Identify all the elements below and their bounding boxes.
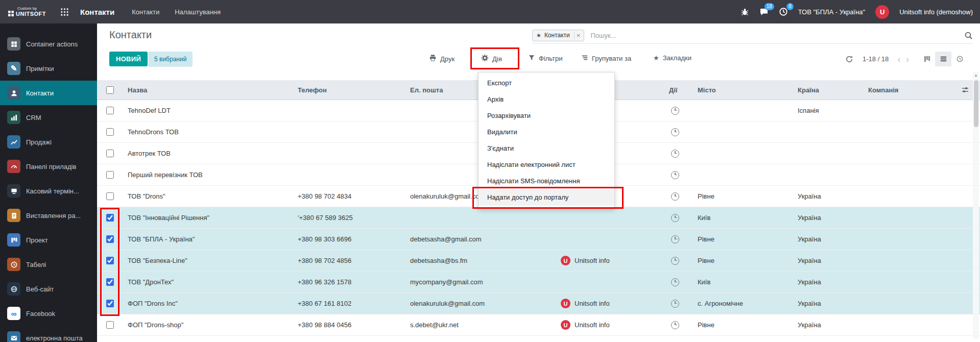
- brand-logo[interactable]: Custom by UNITSOFT: [8, 6, 46, 18]
- user-avatar[interactable]: U: [875, 5, 889, 19]
- menu-contacts[interactable]: Контакти: [132, 8, 159, 16]
- print-button[interactable]: Друк: [429, 54, 455, 63]
- search-input[interactable]: Пошук...: [590, 32, 616, 39]
- activities-clock-icon[interactable]: 8: [779, 7, 788, 16]
- search-bar[interactable]: ★ Контакти × Пошук...: [532, 27, 973, 44]
- favorites-button[interactable]: ★ Закладки: [653, 54, 691, 62]
- scrollbar-thumb[interactable]: [974, 80, 978, 127]
- column-header-name[interactable]: Назва: [123, 86, 293, 94]
- list-view-icon[interactable]: [935, 52, 951, 66]
- company-switcher[interactable]: ТОВ "БПЛА - Україна": [798, 8, 865, 16]
- action-export[interactable]: Експорт: [479, 75, 614, 91]
- activity-clock-icon[interactable]: [671, 107, 679, 115]
- row-checkbox[interactable]: [106, 128, 114, 136]
- sidebar-item-dashboards[interactable]: Панелі приладів: [0, 154, 97, 179]
- debug-bug-icon[interactable]: [740, 8, 749, 16]
- app-menus: Контакти Налаштування: [132, 8, 221, 16]
- pager-prev-icon[interactable]: ‹: [895, 54, 903, 64]
- table-row[interactable]: ТОВ "Інноваційні Рішення" '+380 67 589 3…: [97, 207, 980, 229]
- activity-clock-icon[interactable]: [671, 128, 679, 136]
- table-row[interactable]: ФОП "Drons Inc" +380 67 161 8102 olenaku…: [97, 293, 980, 314]
- apps-menu-icon[interactable]: [60, 8, 69, 16]
- facet-remove-icon[interactable]: ×: [574, 32, 581, 39]
- action-unarchive[interactable]: Розархівувати: [479, 108, 614, 124]
- activity-clock-icon[interactable]: [671, 150, 679, 158]
- column-header-country[interactable]: Країна: [793, 86, 863, 94]
- activity-clock-icon[interactable]: [671, 257, 679, 265]
- filters-button[interactable]: Фільтри: [528, 54, 563, 63]
- action-delete[interactable]: Видалити: [479, 124, 614, 140]
- salesperson-avatar: U: [561, 256, 570, 265]
- sidebar-item-crm[interactable]: CRM: [0, 105, 97, 130]
- page-title: Контакти: [109, 29, 152, 41]
- group-by-button[interactable]: Групувати за: [581, 54, 631, 63]
- cell-country: Україна: [793, 321, 863, 329]
- pager-next-icon[interactable]: ›: [903, 54, 912, 64]
- sidebar-item-facebook[interactable]: ∞ Facebook: [0, 301, 97, 326]
- column-header-activities[interactable]: Дії: [664, 86, 692, 94]
- sidebar-item-website[interactable]: Веб-сайт: [0, 277, 97, 301]
- row-checkbox[interactable]: [106, 257, 114, 264]
- cell-country: Україна: [793, 257, 863, 264]
- current-app-name: Контакти: [80, 8, 114, 16]
- row-checkbox[interactable]: [106, 150, 114, 157]
- column-header-city[interactable]: Місто: [692, 86, 793, 94]
- row-checkbox[interactable]: [106, 192, 114, 200]
- table-row[interactable]: ТОВ "БПЛА - Україна" +380 98 303 6696 de…: [97, 229, 980, 250]
- salesperson-avatar: U: [561, 299, 570, 308]
- sidebar-item-timesheets[interactable]: Табелі: [0, 252, 97, 277]
- action-button[interactable]: Дія: [481, 54, 502, 63]
- user-menu[interactable]: Unitsoft info (demoshow): [899, 8, 973, 16]
- facet-label: Контакти: [544, 32, 570, 39]
- table-row[interactable]: ТОВ "Безпека-Line" +380 98 702 4856 debe…: [97, 250, 980, 272]
- activity-clock-icon[interactable]: [671, 171, 679, 179]
- row-checkbox[interactable]: [106, 214, 114, 222]
- scrollbar-up-arrow-icon[interactable]: ▲: [973, 73, 979, 78]
- action-archive[interactable]: Архів: [479, 91, 614, 108]
- menu-settings[interactable]: Налаштування: [175, 8, 221, 16]
- activity-clock-icon[interactable]: [671, 214, 679, 222]
- column-header-company[interactable]: Компанія: [863, 86, 950, 94]
- new-button[interactable]: НОВИЙ: [109, 52, 148, 66]
- cell-email: mycompany@gmail.com: [405, 278, 556, 286]
- sidebar-item-project[interactable]: Проект: [0, 228, 97, 252]
- sidebar-item-sales[interactable]: Продажі: [0, 130, 97, 154]
- row-checkbox[interactable]: [106, 300, 114, 307]
- activity-clock-icon[interactable]: [671, 192, 679, 201]
- vertical-scrollbar[interactable]: ▲: [973, 72, 979, 339]
- table-row[interactable]: ТОВ "ДронТех" +380 96 326 1578 mycompany…: [97, 272, 980, 293]
- messages-count-badge: 18: [764, 3, 774, 10]
- select-all-checkbox[interactable]: [106, 86, 114, 94]
- row-checkbox[interactable]: [106, 278, 114, 286]
- envelope-icon: [7, 331, 20, 342]
- cell-email: debetsasha@gmail.com: [405, 235, 556, 243]
- kanban-view-icon[interactable]: [919, 52, 935, 66]
- row-checkbox[interactable]: [106, 171, 114, 179]
- activity-clock-icon[interactable]: [671, 321, 679, 329]
- activity-clock-icon[interactable]: [671, 300, 679, 308]
- activity-view-icon[interactable]: [951, 52, 968, 66]
- sidebar-item-pos[interactable]: Касовий термін...: [0, 179, 97, 203]
- table-row[interactable]: ФОП "Drons-shop" +380 98 884 0456 s.debe…: [97, 314, 980, 336]
- search-icon[interactable]: [964, 31, 973, 40]
- activity-clock-icon[interactable]: [671, 278, 679, 286]
- sidebar-item-notes[interactable]: ✎ Примітки: [0, 56, 97, 81]
- sidebar-item-email-marketing[interactable]: електронна пошта: [0, 326, 97, 342]
- search-facet[interactable]: ★ Контакти ×: [532, 30, 584, 41]
- action-send-email[interactable]: Надіслати електронний лист: [479, 157, 614, 173]
- row-checkbox[interactable]: [106, 107, 114, 114]
- row-checkbox[interactable]: [106, 235, 114, 243]
- row-checkbox[interactable]: [106, 321, 114, 329]
- action-send-sms[interactable]: Надіслати SMS-повідомлення: [479, 173, 614, 189]
- refresh-icon[interactable]: [845, 55, 853, 63]
- sidebar-item-invoicing[interactable]: Виставлення ра...: [0, 203, 97, 228]
- activity-clock-icon[interactable]: [671, 235, 679, 243]
- sidebar-item-container-actions[interactable]: Container actions: [0, 32, 97, 56]
- line-chart-icon: [7, 135, 20, 149]
- sidebar-item-contacts[interactable]: Контакти: [0, 81, 97, 105]
- action-grant-portal-access[interactable]: Надати доступ до порталу: [479, 189, 614, 206]
- column-header-phone[interactable]: Телефон: [293, 86, 405, 94]
- messages-icon[interactable]: 18: [759, 7, 769, 16]
- action-merge[interactable]: З'єднати: [479, 140, 614, 157]
- unitsoft-logo-icon: [8, 11, 14, 18]
